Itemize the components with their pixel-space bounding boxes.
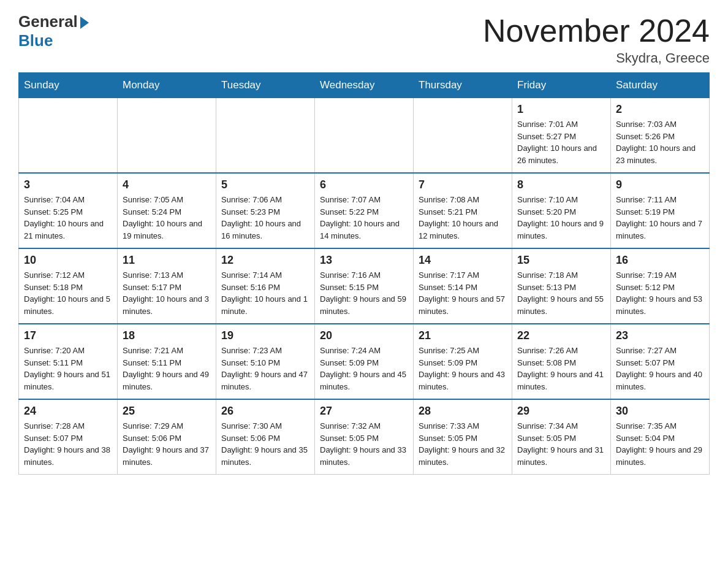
calendar-day-cell: 19Sunrise: 7:23 AMSunset: 5:10 PMDayligh… bbox=[216, 324, 315, 399]
day-number: 15 bbox=[517, 254, 605, 267]
calendar-table: SundayMondayTuesdayWednesdayThursdayFrid… bbox=[18, 72, 710, 475]
day-number: 27 bbox=[320, 405, 408, 418]
calendar-day-cell: 22Sunrise: 7:26 AMSunset: 5:08 PMDayligh… bbox=[512, 324, 611, 399]
calendar-day-cell: 21Sunrise: 7:25 AMSunset: 5:09 PMDayligh… bbox=[414, 324, 512, 399]
day-number: 14 bbox=[419, 254, 507, 267]
day-info: Sunrise: 7:12 AMSunset: 5:18 PMDaylight:… bbox=[24, 269, 112, 317]
calendar-day-cell bbox=[315, 98, 414, 174]
calendar-week-row: 3Sunrise: 7:04 AMSunset: 5:25 PMDaylight… bbox=[19, 173, 710, 248]
day-info: Sunrise: 7:08 AMSunset: 5:21 PMDaylight:… bbox=[419, 194, 507, 242]
title-block: November 2024 Skydra, Greece bbox=[483, 12, 710, 66]
calendar-day-cell: 11Sunrise: 7:13 AMSunset: 5:17 PMDayligh… bbox=[118, 248, 216, 324]
calendar-day-cell: 4Sunrise: 7:05 AMSunset: 5:24 PMDaylight… bbox=[118, 173, 216, 248]
day-info: Sunrise: 7:24 AMSunset: 5:09 PMDaylight:… bbox=[320, 345, 408, 393]
day-of-week-header: Monday bbox=[118, 73, 216, 98]
day-number: 30 bbox=[616, 405, 704, 418]
day-info: Sunrise: 7:06 AMSunset: 5:23 PMDaylight:… bbox=[221, 194, 309, 242]
day-of-week-header: Wednesday bbox=[315, 73, 414, 98]
day-of-week-header: Friday bbox=[512, 73, 611, 98]
calendar-day-cell: 23Sunrise: 7:27 AMSunset: 5:07 PMDayligh… bbox=[611, 324, 710, 399]
day-number: 11 bbox=[123, 254, 211, 267]
calendar-day-cell: 14Sunrise: 7:17 AMSunset: 5:14 PMDayligh… bbox=[414, 248, 512, 324]
day-info: Sunrise: 7:05 AMSunset: 5:24 PMDaylight:… bbox=[123, 194, 211, 242]
day-info: Sunrise: 7:29 AMSunset: 5:06 PMDaylight:… bbox=[123, 420, 211, 468]
day-of-week-header: Saturday bbox=[611, 73, 710, 98]
calendar-day-cell: 16Sunrise: 7:19 AMSunset: 5:12 PMDayligh… bbox=[611, 248, 710, 324]
day-info: Sunrise: 7:11 AMSunset: 5:19 PMDaylight:… bbox=[616, 194, 704, 242]
day-number: 25 bbox=[123, 405, 211, 418]
day-number: 21 bbox=[419, 329, 507, 342]
calendar-day-cell: 10Sunrise: 7:12 AMSunset: 5:18 PMDayligh… bbox=[19, 248, 118, 324]
calendar-day-cell: 8Sunrise: 7:10 AMSunset: 5:20 PMDaylight… bbox=[512, 173, 611, 248]
day-info: Sunrise: 7:01 AMSunset: 5:27 PMDaylight:… bbox=[517, 118, 605, 166]
calendar-day-cell: 5Sunrise: 7:06 AMSunset: 5:23 PMDaylight… bbox=[216, 173, 315, 248]
day-info: Sunrise: 7:18 AMSunset: 5:13 PMDaylight:… bbox=[517, 269, 605, 317]
calendar-week-row: 1Sunrise: 7:01 AMSunset: 5:27 PMDaylight… bbox=[19, 98, 710, 174]
day-info: Sunrise: 7:26 AMSunset: 5:08 PMDaylight:… bbox=[517, 345, 605, 393]
day-number: 4 bbox=[123, 178, 211, 191]
calendar-day-cell: 15Sunrise: 7:18 AMSunset: 5:13 PMDayligh… bbox=[512, 248, 611, 324]
day-info: Sunrise: 7:20 AMSunset: 5:11 PMDaylight:… bbox=[24, 345, 112, 393]
day-info: Sunrise: 7:34 AMSunset: 5:05 PMDaylight:… bbox=[517, 420, 605, 468]
day-info: Sunrise: 7:23 AMSunset: 5:10 PMDaylight:… bbox=[221, 345, 309, 393]
page-header: General Blue November 2024 Skydra, Greec… bbox=[18, 12, 710, 66]
day-info: Sunrise: 7:25 AMSunset: 5:09 PMDaylight:… bbox=[419, 345, 507, 393]
day-info: Sunrise: 7:04 AMSunset: 5:25 PMDaylight:… bbox=[24, 194, 112, 242]
day-of-week-header: Tuesday bbox=[216, 73, 315, 98]
calendar-day-cell: 1Sunrise: 7:01 AMSunset: 5:27 PMDaylight… bbox=[512, 98, 611, 174]
day-number: 16 bbox=[616, 254, 704, 267]
day-number: 19 bbox=[221, 329, 309, 342]
calendar-day-cell: 3Sunrise: 7:04 AMSunset: 5:25 PMDaylight… bbox=[19, 173, 118, 248]
day-info: Sunrise: 7:27 AMSunset: 5:07 PMDaylight:… bbox=[616, 345, 704, 393]
day-info: Sunrise: 7:33 AMSunset: 5:05 PMDaylight:… bbox=[419, 420, 507, 468]
logo-general-text: General bbox=[18, 12, 78, 31]
day-number: 20 bbox=[320, 329, 408, 342]
calendar-day-cell: 27Sunrise: 7:32 AMSunset: 5:05 PMDayligh… bbox=[315, 399, 414, 475]
day-number: 7 bbox=[419, 178, 507, 191]
day-info: Sunrise: 7:03 AMSunset: 5:26 PMDaylight:… bbox=[616, 118, 704, 166]
calendar-day-cell: 28Sunrise: 7:33 AMSunset: 5:05 PMDayligh… bbox=[414, 399, 512, 475]
day-number: 6 bbox=[320, 178, 408, 191]
day-info: Sunrise: 7:07 AMSunset: 5:22 PMDaylight:… bbox=[320, 194, 408, 242]
calendar-day-cell: 20Sunrise: 7:24 AMSunset: 5:09 PMDayligh… bbox=[315, 324, 414, 399]
day-of-week-header: Thursday bbox=[414, 73, 512, 98]
day-number: 3 bbox=[24, 178, 112, 191]
day-info: Sunrise: 7:16 AMSunset: 5:15 PMDaylight:… bbox=[320, 269, 408, 317]
calendar-day-cell: 7Sunrise: 7:08 AMSunset: 5:21 PMDaylight… bbox=[414, 173, 512, 248]
day-number: 24 bbox=[24, 405, 112, 418]
day-number: 13 bbox=[320, 254, 408, 267]
day-number: 28 bbox=[419, 405, 507, 418]
calendar-day-cell: 26Sunrise: 7:30 AMSunset: 5:06 PMDayligh… bbox=[216, 399, 315, 475]
day-of-week-header: Sunday bbox=[19, 73, 118, 98]
day-number: 1 bbox=[517, 103, 605, 116]
day-info: Sunrise: 7:21 AMSunset: 5:11 PMDaylight:… bbox=[123, 345, 211, 393]
day-info: Sunrise: 7:10 AMSunset: 5:20 PMDaylight:… bbox=[517, 194, 605, 242]
calendar-day-cell: 29Sunrise: 7:34 AMSunset: 5:05 PMDayligh… bbox=[512, 399, 611, 475]
day-number: 12 bbox=[221, 254, 309, 267]
day-number: 8 bbox=[517, 178, 605, 191]
calendar-day-cell: 13Sunrise: 7:16 AMSunset: 5:15 PMDayligh… bbox=[315, 248, 414, 324]
calendar-day-cell: 18Sunrise: 7:21 AMSunset: 5:11 PMDayligh… bbox=[118, 324, 216, 399]
day-number: 5 bbox=[221, 178, 309, 191]
calendar-day-cell bbox=[19, 98, 118, 174]
day-number: 18 bbox=[123, 329, 211, 342]
day-number: 17 bbox=[24, 329, 112, 342]
calendar-week-row: 24Sunrise: 7:28 AMSunset: 5:07 PMDayligh… bbox=[19, 399, 710, 475]
day-number: 29 bbox=[517, 405, 605, 418]
day-info: Sunrise: 7:35 AMSunset: 5:04 PMDaylight:… bbox=[616, 420, 704, 468]
calendar-day-cell bbox=[216, 98, 315, 174]
day-info: Sunrise: 7:17 AMSunset: 5:14 PMDaylight:… bbox=[419, 269, 507, 317]
logo: General Blue bbox=[18, 12, 89, 50]
day-info: Sunrise: 7:13 AMSunset: 5:17 PMDaylight:… bbox=[123, 269, 211, 317]
calendar-week-row: 10Sunrise: 7:12 AMSunset: 5:18 PMDayligh… bbox=[19, 248, 710, 324]
calendar-day-cell: 17Sunrise: 7:20 AMSunset: 5:11 PMDayligh… bbox=[19, 324, 118, 399]
logo-arrow-icon bbox=[80, 17, 89, 29]
calendar-day-cell: 6Sunrise: 7:07 AMSunset: 5:22 PMDaylight… bbox=[315, 173, 414, 248]
calendar-day-cell: 24Sunrise: 7:28 AMSunset: 5:07 PMDayligh… bbox=[19, 399, 118, 475]
month-title: November 2024 bbox=[483, 12, 710, 49]
day-number: 23 bbox=[616, 329, 704, 342]
calendar-day-cell: 2Sunrise: 7:03 AMSunset: 5:26 PMDaylight… bbox=[611, 98, 710, 174]
day-number: 2 bbox=[616, 103, 704, 116]
day-info: Sunrise: 7:30 AMSunset: 5:06 PMDaylight:… bbox=[221, 420, 309, 468]
calendar-day-cell: 12Sunrise: 7:14 AMSunset: 5:16 PMDayligh… bbox=[216, 248, 315, 324]
